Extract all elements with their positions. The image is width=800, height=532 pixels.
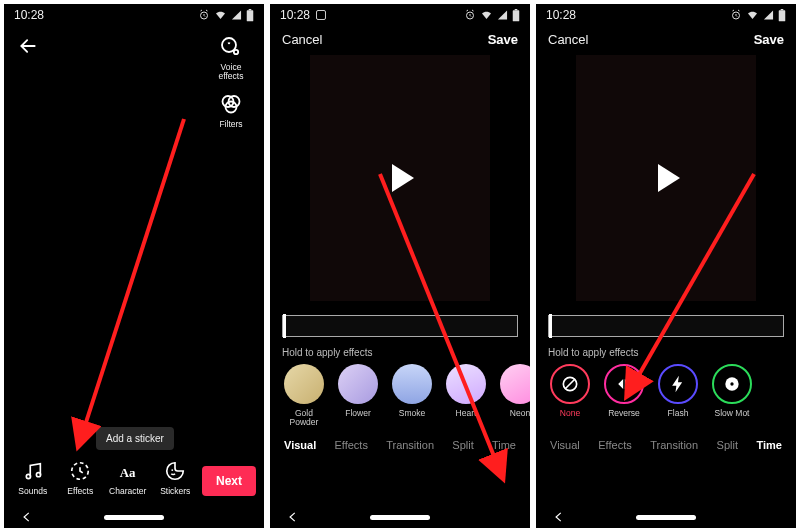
svg-point-4 xyxy=(234,50,238,54)
play-icon xyxy=(392,164,414,192)
playhead[interactable] xyxy=(549,314,552,338)
video-preview[interactable] xyxy=(310,55,490,301)
filters-label: Filters xyxy=(219,120,242,129)
android-navbar xyxy=(536,506,796,528)
time-effect-reverse[interactable]: Reverse xyxy=(602,364,646,427)
tab-split[interactable]: Split xyxy=(452,439,473,451)
nav-back[interactable] xyxy=(552,510,566,524)
side-tool-column: Voice effects Filters xyxy=(208,30,254,129)
effect-thumb xyxy=(392,364,432,404)
effects-clock-icon xyxy=(69,460,91,482)
cancel-button[interactable]: Cancel xyxy=(282,32,322,47)
nav-home-pill[interactable] xyxy=(104,515,164,520)
cancel-button[interactable]: Cancel xyxy=(548,32,588,47)
visual-effect-heart[interactable]: Heart xyxy=(444,364,488,427)
effect-label: Smoke xyxy=(399,409,425,427)
effect-ring xyxy=(604,364,644,404)
svg-rect-2 xyxy=(249,9,252,10)
timeline-scrubber[interactable] xyxy=(282,315,518,337)
video-preview[interactable] xyxy=(576,55,756,301)
battery-icon xyxy=(778,9,786,22)
effect-tabs: Visual Effects Transition Split Time xyxy=(536,427,796,457)
visual-effect-gold-powder[interactable]: Gold Powder xyxy=(282,364,326,427)
status-bar: 10:28 xyxy=(536,4,796,24)
hint-text: Hold to apply effects xyxy=(270,337,530,364)
signal-icon xyxy=(497,9,508,21)
svg-line-13 xyxy=(79,119,184,444)
tab-transition[interactable]: Transition xyxy=(386,439,434,451)
svg-text:Aa: Aa xyxy=(120,466,136,480)
effect-ring xyxy=(712,364,752,404)
music-icon xyxy=(22,460,44,482)
svg-rect-19 xyxy=(779,10,786,21)
voice-effects-icon xyxy=(218,34,244,60)
android-navbar xyxy=(270,506,530,528)
effect-label: Heart xyxy=(456,409,477,427)
svg-point-12 xyxy=(172,469,174,471)
wifi-icon xyxy=(480,9,493,21)
character-button[interactable]: Aa Character xyxy=(107,460,149,496)
tab-visual[interactable]: Visual xyxy=(550,439,580,451)
nav-back[interactable] xyxy=(20,510,34,524)
hint-text: Hold to apply effects xyxy=(536,337,796,364)
phone-screen-visual-effects: 10:28 Cancel Save Hold to apply effects … xyxy=(270,4,530,528)
time-effect-flash[interactable]: Flash xyxy=(656,364,700,427)
stickers-button[interactable]: Stickers xyxy=(155,460,197,496)
voice-effects-tool[interactable]: Voice effects xyxy=(208,34,254,81)
tab-effects[interactable]: Effects xyxy=(334,439,367,451)
status-icons xyxy=(198,9,254,22)
back-button[interactable] xyxy=(14,30,42,66)
visual-effect-neon[interactable]: Neon xyxy=(498,364,530,427)
tab-time[interactable]: Time xyxy=(757,439,782,451)
svg-line-22 xyxy=(565,379,575,389)
effect-label: Neon xyxy=(510,409,530,427)
next-button[interactable]: Next xyxy=(202,466,256,496)
tab-visual[interactable]: Visual xyxy=(284,439,316,451)
effects-button[interactable]: Effects xyxy=(60,460,102,496)
time-effects-row[interactable]: None Reverse Flash Slow Mot xyxy=(536,364,796,427)
svg-rect-16 xyxy=(515,9,518,10)
visual-effect-flower[interactable]: Flower xyxy=(336,364,380,427)
wifi-icon xyxy=(214,9,227,21)
timeline-scrubber[interactable] xyxy=(548,315,784,337)
time-effect-none[interactable]: None xyxy=(548,364,592,427)
tab-transition[interactable]: Transition xyxy=(650,439,698,451)
playhead[interactable] xyxy=(283,314,286,338)
wifi-icon xyxy=(746,9,759,21)
add-sticker-tooltip: Add a sticker xyxy=(96,427,174,450)
phone-screen-edit: 10:28 Voice effects xyxy=(4,4,264,528)
clock: 10:28 xyxy=(280,8,310,22)
effect-label: Flash xyxy=(668,409,689,427)
effect-thumb xyxy=(500,364,530,404)
svg-point-9 xyxy=(36,473,40,477)
nav-back[interactable] xyxy=(286,510,300,524)
save-button[interactable]: Save xyxy=(488,32,518,47)
tab-split[interactable]: Split xyxy=(717,439,738,451)
bottom-toolbar: Sounds Effects Aa Character Stickers Nex… xyxy=(4,460,264,502)
effect-ring xyxy=(658,364,698,404)
signal-icon xyxy=(763,9,774,21)
effect-label: Flower xyxy=(345,409,371,427)
visual-effect-smoke[interactable]: Smoke xyxy=(390,364,434,427)
svg-rect-1 xyxy=(247,10,254,21)
sounds-button[interactable]: Sounds xyxy=(12,460,54,496)
svg-rect-20 xyxy=(781,9,784,10)
effect-label: None xyxy=(560,409,580,427)
save-button[interactable]: Save xyxy=(754,32,784,47)
filters-icon xyxy=(218,91,244,117)
time-effect-slow-mot[interactable]: Slow Mot xyxy=(710,364,754,427)
status-icons xyxy=(464,9,520,22)
phone-screen-time-effects: 10:28 Cancel Save Hold to apply effects … xyxy=(536,4,796,528)
screenshot-indicator-icon xyxy=(316,10,326,20)
nav-home-pill[interactable] xyxy=(636,515,696,520)
nav-home-pill[interactable] xyxy=(370,515,430,520)
svg-point-8 xyxy=(26,474,30,478)
tab-effects[interactable]: Effects xyxy=(598,439,631,451)
visual-effects-row[interactable]: Gold Powder Flower Smoke Heart Neon Rain… xyxy=(270,364,530,427)
voice-effects-label: Voice effects xyxy=(219,63,244,81)
android-navbar xyxy=(4,506,264,528)
effect-ring xyxy=(550,364,590,404)
battery-icon xyxy=(246,9,254,22)
tab-time[interactable]: Time xyxy=(492,439,516,451)
filters-tool[interactable]: Filters xyxy=(208,91,254,129)
